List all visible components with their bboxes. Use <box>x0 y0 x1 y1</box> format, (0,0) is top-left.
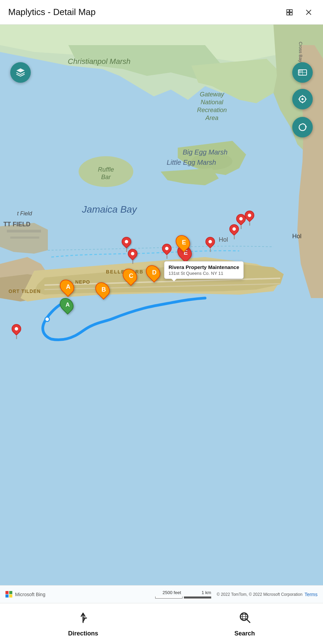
directions-icon <box>76 611 90 627</box>
red-pin-6[interactable] <box>229 224 239 239</box>
scale-feet: 2500 feet <box>163 590 181 595</box>
pin-orange-A[interactable]: A <box>60 279 73 295</box>
terms-link[interactable]: Terms <box>305 592 318 597</box>
callout-title: Rivera Property Maintenance <box>169 264 239 270</box>
red-pin-tilden[interactable] <box>12 324 21 339</box>
expand-button[interactable] <box>283 6 296 18</box>
red-pin-2[interactable] <box>128 249 137 264</box>
scale-km: 1 km <box>202 590 211 595</box>
svg-text:Jamaica Bay: Jamaica Bay <box>82 204 137 215</box>
svg-rect-2 <box>287 13 289 15</box>
svg-text:ORT TILDEN: ORT TILDEN <box>9 289 41 294</box>
svg-text:Gateway: Gateway <box>200 91 224 98</box>
svg-rect-3 <box>290 13 292 15</box>
location-button[interactable] <box>292 89 313 109</box>
callout-address: 131st St Queens Co. NY 11 <box>169 271 239 276</box>
search-label: Search <box>234 630 255 637</box>
svg-line-44 <box>247 619 250 622</box>
bing-icon <box>5 591 12 598</box>
refresh-button[interactable] <box>292 117 313 137</box>
search-button[interactable]: Search <box>221 607 269 641</box>
layers-button[interactable] <box>10 62 31 83</box>
bottom-toolbar: Directions Search <box>0 603 323 644</box>
svg-text:Bar: Bar <box>101 174 111 180</box>
svg-rect-30 <box>298 70 302 72</box>
red-pin-3[interactable] <box>162 244 172 259</box>
route-waypoint <box>44 317 50 322</box>
svg-text:t Field: t Field <box>17 211 32 216</box>
pin-orange-D[interactable]: D <box>147 265 160 280</box>
svg-rect-10 <box>10 237 39 239</box>
svg-rect-9 <box>7 230 41 232</box>
scale-bar: 2500 feet 1 km <box>155 590 211 599</box>
svg-point-35 <box>301 98 304 100</box>
svg-text:Big Egg Marsh: Big Egg Marsh <box>183 148 227 156</box>
app-title: Maplytics - Detail Map <box>8 7 96 17</box>
close-button[interactable] <box>302 6 315 18</box>
pin-orange-B[interactable]: B <box>96 282 109 297</box>
title-bar: Maplytics - Detail Map <box>0 0 323 25</box>
svg-text:TT FIELD: TT FIELD <box>3 221 30 228</box>
svg-text:Recreation: Recreation <box>197 107 227 113</box>
window-controls <box>283 6 315 18</box>
svg-text:Hol: Hol <box>219 236 228 243</box>
pin-green-A[interactable]: A <box>60 297 73 312</box>
svg-text:National: National <box>201 99 224 106</box>
bing-logo: Microsoft Bing <box>5 591 45 598</box>
svg-text:Ruffle: Ruffle <box>98 166 114 173</box>
satellite-button[interactable] <box>292 62 313 83</box>
scale-line <box>155 596 211 599</box>
scale-labels: 2500 feet 1 km <box>163 590 211 595</box>
map-callout[interactable]: Rivera Property Maintenance 131st St Que… <box>164 261 244 279</box>
directions-label: Directions <box>68 630 98 637</box>
svg-text:Christianpol Marsh: Christianpol Marsh <box>68 57 130 66</box>
pin-orange-C[interactable]: C <box>123 268 136 284</box>
red-pin-4[interactable] <box>205 237 215 252</box>
bing-label: Microsoft Bing <box>15 592 45 597</box>
svg-text:Area: Area <box>205 115 218 121</box>
map-container[interactable]: Christianpol Marsh Gateway National Recr… <box>0 25 323 603</box>
svg-text:NEPO: NEPO <box>75 279 90 285</box>
svg-text:Hol: Hol <box>292 233 301 240</box>
copyright-text: © 2022 TomTom, © 2022 Microsoft Corporat… <box>217 592 302 597</box>
map-background: Christianpol Marsh Gateway National Recr… <box>0 25 323 603</box>
directions-button[interactable]: Directions <box>54 607 112 641</box>
map-footer: Microsoft Bing 2500 feet 1 km © 2022 Tom… <box>0 585 323 603</box>
red-pin-7[interactable] <box>245 211 254 226</box>
attribution: © 2022 TomTom, © 2022 Microsoft Corporat… <box>217 592 318 597</box>
svg-text:Little Egg Marsh: Little Egg Marsh <box>167 159 216 166</box>
pin-orange-E[interactable]: E <box>176 234 189 250</box>
search-icon <box>238 611 252 627</box>
svg-rect-0 <box>287 10 289 12</box>
svg-rect-1 <box>290 10 292 12</box>
